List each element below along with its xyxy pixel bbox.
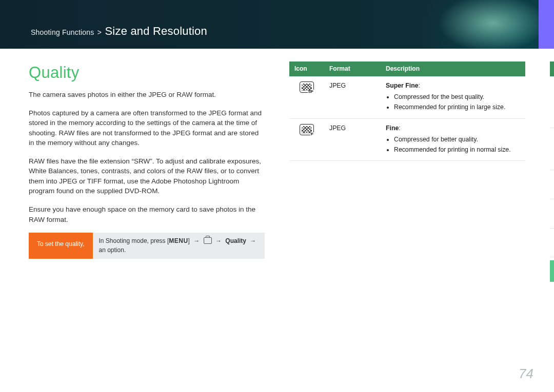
- body-paragraph: The camera saves photos in either the JP…: [29, 90, 265, 100]
- desc-bullet: Compressed for the best quality.: [394, 93, 520, 102]
- desc-bullet: Recommended for printing in normal size.: [394, 146, 520, 155]
- note-icon: ✎: [550, 260, 554, 281]
- col-icon: Icon: [289, 61, 324, 76]
- corner-accent: [539, 0, 554, 49]
- breadcrumb-sep: >: [97, 28, 102, 36]
- setbox-text: In Shooting mode, press [: [99, 237, 169, 244]
- col-icon: Icon: [550, 61, 554, 76]
- description-cell: Super Fine:Compressed for the best quali…: [381, 76, 525, 118]
- format-cell: JPEG: [324, 118, 381, 160]
- camera-icon: [204, 237, 212, 244]
- desc-bullet: Recommended for printing in large size.: [394, 103, 520, 112]
- format-cell: JPEG: [324, 76, 381, 118]
- table-row: RAW RAW:Save a photo without data loss.R…: [550, 128, 554, 170]
- breadcrumb: Shooting Functions > Size and Resolution: [31, 23, 207, 39]
- table-row: SF RAW+JPEG RAW + S.Fine: Save a photo i…: [550, 170, 554, 199]
- table-row: N RAW+JPEG RAW + Normal: Save a photo in…: [550, 228, 554, 257]
- page-body: Quality The camera saves photos in eithe…: [0, 61, 554, 348]
- table-row: N JPEG Normal:Compressed for normal qual…: [550, 76, 554, 128]
- header-band: Shooting Functions > Size and Resolution: [0, 0, 554, 49]
- menu-button-word: MENU: [169, 237, 188, 244]
- col-desc: Description: [381, 61, 525, 76]
- set-quality-label: To set the quality,: [29, 233, 93, 259]
- description-cell: Fine:Compressed for better quality.Recom…: [381, 118, 525, 160]
- body-paragraph: RAW files have the file extension “SRW”.…: [29, 156, 265, 196]
- arrow-icon: →: [193, 237, 200, 244]
- section-heading: Quality: [29, 61, 265, 85]
- body-paragraph: Photos captured by a camera are often tr…: [29, 108, 265, 148]
- table-row: SF JPEG Super Fine:Compressed for the be…: [289, 76, 525, 118]
- arrow-icon: →: [215, 237, 222, 244]
- setbox-text: ]: [188, 237, 192, 244]
- quality-f-icon: F: [300, 124, 314, 135]
- quality-path-word: Quality: [225, 237, 246, 244]
- page-number: 74: [519, 364, 533, 384]
- setbox-text: an option.: [99, 246, 126, 254]
- table-row: F RAW+JPEG RAW + Fine: Save a photo in b…: [550, 199, 554, 228]
- quality-table-right: Icon Format Description N JPEG Normal:Co…: [550, 61, 554, 257]
- body-paragraph: Ensure you have enough space on the memo…: [29, 204, 265, 224]
- set-quality-box: To set the quality, In Shooting mode, pr…: [29, 233, 265, 259]
- arrow-icon: →: [250, 237, 256, 244]
- note-callout: ✎ Available options may differ depending…: [550, 260, 554, 281]
- desc-bullet: Compressed for better quality.: [394, 135, 520, 145]
- breadcrumb-section: Shooting Functions: [31, 28, 94, 36]
- set-quality-body: In Shooting mode, press [MENU] → → Quali…: [93, 233, 265, 259]
- col-format: Format: [324, 61, 381, 76]
- quality-sf-icon: SF: [300, 81, 314, 93]
- quality-table-left: Icon Format Description SF JPEG Super Fi…: [289, 61, 525, 161]
- table-row: F JPEG Fine:Compressed for better qualit…: [289, 118, 525, 160]
- breadcrumb-title: Size and Resolution: [105, 25, 207, 37]
